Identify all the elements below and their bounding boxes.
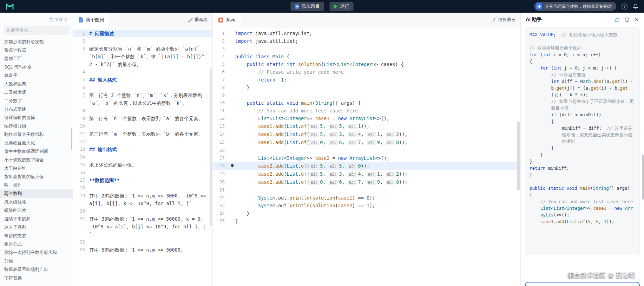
search-input[interactable] (4, 26, 70, 35)
lightbulb-icon[interactable] (229, 162, 235, 170)
sidebar-item[interactable]: 两个数列 (0, 189, 73, 198)
editor-line[interactable]: 7 return -1; (213, 76, 520, 84)
close-icon[interactable] (634, 17, 639, 22)
feedback-chat-icon[interactable] (615, 17, 620, 22)
add-problem-button[interactable]: 添加题目 (291, 2, 324, 11)
sidebar-item[interactable]: 蛇行棋分组 (0, 122, 73, 130)
editor-line[interactable]: 1import java.util.ArrayList; (213, 30, 520, 37)
sidebar-item[interactable]: 股票收益最大化 (0, 139, 73, 147)
sidebar-item[interactable]: 唯一操作 (0, 181, 73, 189)
editor-line[interactable]: 17 List<List<Integer>> case2 = new Array… (213, 154, 520, 162)
sidebar-item[interactable]: 二分数字 (0, 97, 73, 105)
editor-line[interactable]: 2import java.util.List; (213, 37, 520, 45)
switch-language-button[interactable]: 切换语言 (491, 17, 520, 23)
sidebar-item[interactable]: 小于偶数的数字组合 (0, 156, 73, 164)
problem-line[interactable]: 9第二行有 `n` 个整数，表示数列 `a` 的各个元素。 (73, 115, 212, 122)
ai-chat-input[interactable] (525, 282, 640, 286)
problem-line[interactable]: 16 (73, 169, 212, 176)
editor-line[interactable]: 24 } (213, 209, 520, 217)
history-icon[interactable] (624, 17, 630, 22)
problem-line[interactable]: 19其中 20%的数据：`1 <= n,m <= 3000, -10^9 <= … (73, 192, 212, 207)
language-tab-java[interactable]: Java (213, 13, 241, 27)
problem-line[interactable]: 12 (73, 138, 212, 145)
editor-line[interactable]: 11 // You can add more test cases here (213, 107, 520, 115)
ai-scrollbar[interactable] (642, 155, 644, 200)
editor-line[interactable]: 21 (213, 186, 520, 194)
editor-line[interactable]: 19 case2.add(List.of(e1:5, e2:3, e3:4, e… (213, 170, 520, 178)
editor-line[interactable]: 9 (213, 91, 520, 99)
code-editor[interactable]: 1import java.util.ArrayList;2import java… (213, 27, 520, 284)
sidebar-item[interactable]: 翻转后最大子数组和 (0, 130, 73, 139)
promo-banner[interactable]: 分享代码练习体验，领限量定制周边 (534, 2, 616, 11)
editor-line[interactable]: 25} (213, 217, 520, 225)
notifications-bell-icon[interactable] (633, 4, 638, 9)
sidebar-item[interactable]: 迷人子序列 (0, 223, 73, 232)
editor-line[interactable]: 3 (213, 45, 520, 53)
sidebar-item[interactable]: SQL 代码补全 (0, 63, 73, 71)
run-button[interactable]: 运行 (330, 2, 354, 11)
problem-line[interactable]: 1# 问题描述 (73, 30, 212, 37)
sidebar-item[interactable]: 分布式团建 (0, 105, 73, 113)
problem-line[interactable]: 10 (73, 122, 212, 130)
editor-line[interactable]: 22 System.out.println(solution(case1) ==… (213, 194, 520, 202)
editor-line[interactable]: 23 System.out.println(solution(case2) ==… (213, 202, 520, 209)
sidebar-item[interactable]: 删除一次得到子数组最大和 (0, 248, 73, 257)
sidebar-item[interactable]: 连续子串的和 (0, 215, 73, 223)
editor-line[interactable]: 14 case1.add(List.of(e1:5, e2:3, e3:4, e… (213, 130, 520, 138)
sidebar-item[interactable]: 寄生生物血缘远近判断 (0, 147, 73, 156)
problem-scrollbar[interactable] (210, 68, 212, 226)
problem-line[interactable]: 11第三行有 `m` 个整数，表示数列 `b` 的各个元素。 (73, 130, 212, 138)
problem-line[interactable]: 15求上述公式的最小值。 (73, 161, 212, 169)
problem-line[interactable]: 8 (73, 107, 212, 115)
sidebar-item[interactable]: 奇妙的交易 (0, 232, 73, 240)
sidebar-item[interactable]: 穿越沙漠的补给次数 (0, 38, 73, 46)
sidebar-item[interactable]: 升级 (0, 257, 73, 265)
sidebar-item[interactable]: 顶点计数器 (0, 46, 73, 54)
editor-line[interactable]: 6 // Please write your code here (213, 68, 520, 76)
problem-line[interactable]: 3给定长度分别为 `n` 和 `m` 的两个数列 `a[n]`、`b[m]`，和… (73, 45, 212, 68)
editor-line[interactable]: 15 case1.add(List.of(e1:0, e2:6, e3:7, e… (213, 138, 520, 147)
editor-line[interactable]: 5 public static int solution(List<List<I… (213, 60, 520, 68)
editor-line[interactable]: 18 case2.add(List.of(e1:5, e2:5, e3:0)); (213, 162, 520, 170)
sidebar-item[interactable]: 螺旋的艺术 (0, 206, 73, 215)
sidebar-item[interactable]: 货船载货量的最大值 (0, 173, 73, 181)
editor-line[interactable]: 8 } (213, 84, 520, 91)
problem-line[interactable]: 17**数据范围** (73, 176, 212, 184)
sidebar-item[interactable]: 数据表是否能顺利产出 (0, 265, 73, 274)
problem-line[interactable]: 20 (73, 207, 212, 215)
problem-line[interactable]: 21其中 30%的数据：`1 <= n,m <= 50000, k = 0, -… (73, 215, 212, 238)
sidebar-item[interactable]: 蛋糕工厂 (0, 54, 73, 63)
editor-line[interactable]: 16 (213, 147, 520, 154)
problem-line[interactable]: 23其中 50%的数据：`1 <= n,m <= 50000, (73, 246, 212, 254)
sidebar-item[interactable]: 二叉树供暖 (0, 88, 73, 97)
editor-scrollbar[interactable] (517, 122, 520, 190)
editor-line[interactable]: 12 List<List<Integer>> case1 = new Array… (213, 115, 520, 122)
editor-line[interactable]: 10 public static void main(String[] args… (213, 99, 520, 107)
problem-line[interactable]: 4 (73, 68, 212, 76)
help-icon[interactable]: ? (622, 4, 627, 9)
editor-line[interactable]: 4public class Main { (213, 53, 520, 60)
ai-code-suggestion[interactable]: MAX_VALUE; // 初始化最小值为最大整数 // 双重循环遍历两个数列f… (525, 27, 640, 255)
problem-tab[interactable]: 两个数列 (73, 13, 110, 27)
sidebar-item[interactable]: 算盘子 (0, 71, 73, 80)
problem-line[interactable]: 2 (73, 37, 212, 45)
problem-line[interactable]: 13## 输出格式 (73, 145, 212, 153)
problem-line[interactable]: 14 (73, 153, 212, 161)
line-text: ## 输入格式 (89, 76, 212, 84)
sidebar-item[interactable]: 流水线优化 (0, 198, 73, 206)
sidebar-item[interactable]: 大数和距离 (0, 80, 73, 88)
sidebar-item[interactable]: 组合公式 (0, 240, 73, 248)
problem-line[interactable]: 5## 输入格式 (73, 76, 212, 84)
app-logo[interactable] (6, 3, 14, 10)
rename-button[interactable]: 重命名 (188, 17, 213, 23)
editor-line[interactable]: 13 case1.add(List.of(e1:5, e2:5, e3:1)); (213, 122, 520, 130)
sidebar-scrollbar[interactable] (71, 128, 72, 150)
problem-line[interactable]: 6 (73, 84, 212, 91)
sidebar-item[interactable]: 循环编辑的选择 (0, 113, 73, 122)
sidebar-item[interactable]: 火车站选址 (0, 164, 73, 173)
editor-line[interactable]: 20 case2.add(List.of(e1:0, e2:6, e3:7, e… (213, 178, 520, 186)
sidebar-item[interactable]: 字符替换 (0, 274, 73, 282)
problem-line[interactable]: 18 (73, 184, 212, 192)
problem-line[interactable]: 7第一行有 2 个整数 `n`、`m`、`k`，分别表示数列 `a`、`b` 的… (73, 91, 212, 107)
problem-line[interactable]: 22 (73, 238, 212, 246)
